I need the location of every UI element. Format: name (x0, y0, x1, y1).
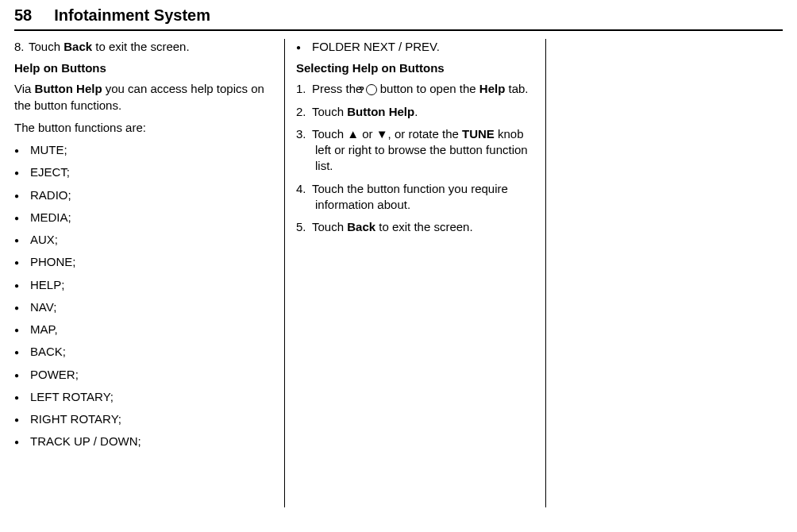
step-2: 2.Touch Button Help. (296, 104, 534, 120)
step-text-b: to exit the screen. (375, 220, 473, 233)
step-number: 2. (296, 104, 312, 120)
intro-paragraph-2: The button functions are: (14, 120, 273, 136)
column-3 (546, 39, 783, 507)
list-item: AUX; (14, 232, 273, 248)
step-text-prefix: Touch (29, 40, 64, 53)
step-text-a: Touch (312, 220, 347, 233)
step-text-a: Touch (312, 127, 347, 141)
step-1: 1.Press the ? button to open the Help ta… (296, 81, 534, 97)
help-on-buttons-heading: Help on Buttons (14, 61, 273, 75)
list-item: LEFT ROTARY; (14, 389, 273, 405)
list-item: FOLDER NEXT / PREV. (296, 39, 534, 55)
step-8: 8.Touch Back to exit the screen. (14, 39, 273, 55)
step-3: 3.Touch ▲ or ▼, or rotate the TUNE knob … (296, 126, 534, 175)
column-1: 8.Touch Back to exit the screen. Help on… (14, 39, 284, 507)
step-text-a: Touch (312, 105, 347, 118)
button-functions-continued: FOLDER NEXT / PREV. (296, 39, 534, 55)
help-label: Help (479, 82, 506, 95)
step-4: 4.Touch the button function you require … (296, 181, 534, 214)
step-number: 3. (296, 126, 312, 142)
list-item: POWER; (14, 367, 273, 383)
content-columns: 8.Touch Back to exit the screen. Help on… (14, 39, 783, 507)
button-help-label: Button Help (35, 82, 102, 95)
column-2: FOLDER NEXT / PREV. Selecting Help on Bu… (284, 39, 546, 507)
step-number: 8. (14, 39, 29, 55)
list-item: NAV; (14, 299, 273, 315)
down-arrow-icon: ▼ (376, 127, 388, 141)
step-number: 4. (296, 181, 312, 197)
up-arrow-icon: ▲ (347, 127, 359, 141)
list-item: PHONE; (14, 254, 273, 270)
help-icon: ? (366, 84, 377, 95)
step-5: 5.Touch Back to exit the screen. (296, 219, 534, 235)
list-item: BACK; (14, 344, 273, 360)
list-item: MEDIA; (14, 210, 273, 226)
selecting-help-steps: 1.Press the ? button to open the Help ta… (296, 81, 534, 235)
list-item: HELP; (14, 277, 273, 293)
button-help-label: Button Help (347, 105, 414, 118)
step-text-b: button to open the (377, 82, 479, 95)
step-text-c: , or rotate the (388, 127, 462, 141)
step-text-suffix: to exit the screen. (92, 40, 190, 53)
tune-label: TUNE (462, 127, 495, 141)
list-item: MAP, (14, 322, 273, 337)
step-text: Touch the button function you require in… (312, 182, 508, 211)
step-number: 1. (296, 81, 312, 97)
step-text-c: tab. (505, 82, 528, 95)
selecting-help-heading: Selecting Help on Buttons (296, 61, 534, 75)
intro-paragraph-1: Via Button Help you can access help topi… (14, 81, 273, 114)
back-label: Back (347, 220, 375, 233)
step-text-b: . (414, 105, 418, 118)
list-item: RADIO; (14, 187, 273, 203)
button-functions-list: MUTE; EJECT; RADIO; MEDIA; AUX; PHONE; H… (14, 142, 273, 450)
step-text-a: Press the (312, 82, 366, 95)
step-number: 5. (296, 219, 312, 235)
list-item: TRACK UP / DOWN; (14, 434, 273, 449)
page-number: 58 (14, 6, 32, 25)
page-title: Infotainment System (54, 6, 210, 25)
para-prefix: Via (14, 82, 35, 95)
list-item: EJECT; (14, 164, 273, 180)
back-label: Back (64, 40, 92, 53)
list-item: MUTE; (14, 142, 273, 158)
step-text-b: or (359, 127, 376, 141)
list-item: RIGHT ROTARY; (14, 411, 273, 427)
page-header: 58 Infotainment System (14, 6, 783, 31)
